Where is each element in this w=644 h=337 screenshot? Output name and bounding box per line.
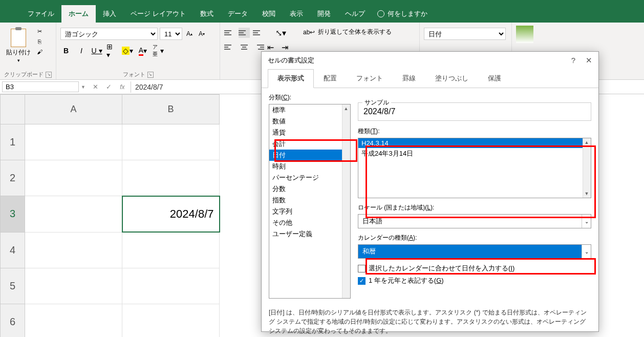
- row-header-1[interactable]: 1: [1, 124, 25, 160]
- calendar-combo[interactable]: 和暦 ⌄: [358, 244, 591, 259]
- border-button[interactable]: ⊞ ▾: [106, 45, 118, 56]
- grow-font-button[interactable]: A▴: [184, 29, 195, 39]
- cat-scientific[interactable]: 指数: [269, 195, 350, 206]
- gannen-checkbox[interactable]: ✓ 1 年を元年と表記する(G): [358, 276, 591, 285]
- wrap-text-button[interactable]: ab↩ 折り返して全体を表示する: [303, 28, 392, 36]
- font-color-button[interactable]: A▾: [137, 45, 148, 56]
- tab-view[interactable]: 表示: [283, 5, 310, 23]
- font-launcher[interactable]: ↘: [147, 72, 154, 78]
- orientation-button[interactable]: ⤡▾: [275, 28, 287, 38]
- clipboard-launcher[interactable]: ↘: [46, 72, 52, 78]
- cat-time[interactable]: 時刻: [269, 161, 350, 172]
- cell-b2[interactable]: [122, 160, 220, 196]
- format-painter-button[interactable]: 🖌: [35, 47, 44, 56]
- tab-home[interactable]: ホーム: [61, 5, 96, 23]
- indent-dec-button[interactable]: ⇤: [267, 42, 278, 52]
- font-group: 游ゴシック 11 A▴ A▾ B I U ▾ ⊞ ▾ ◇▾ A▾ ア亜▾ フォン…: [56, 23, 220, 79]
- cell-b4[interactable]: [122, 232, 220, 268]
- dialog-help-button[interactable]: ?: [571, 56, 575, 65]
- paste-button[interactable]: 貼り付け ▾: [4, 27, 33, 65]
- row-header-4[interactable]: 4: [1, 232, 25, 268]
- locale-combo[interactable]: 日本語 ⌄: [358, 214, 591, 228]
- cell-b3[interactable]: 2024/8/7: [122, 196, 220, 232]
- bold-button[interactable]: B: [60, 45, 72, 56]
- cat-custom[interactable]: ユーザー定義: [269, 228, 350, 240]
- copy-button[interactable]: ⎘: [35, 37, 44, 46]
- underline-button[interactable]: U ▾: [91, 45, 102, 56]
- type-scrollbar[interactable]: ▲▼: [583, 138, 591, 198]
- tab-review[interactable]: 校閲: [255, 5, 283, 23]
- cell-a1[interactable]: [25, 124, 122, 160]
- col-header-b[interactable]: B: [122, 95, 220, 124]
- cat-fraction[interactable]: 分数: [269, 183, 350, 195]
- row-header-3[interactable]: 3: [1, 196, 25, 232]
- cat-standard[interactable]: 標準: [269, 104, 350, 116]
- cell-b6[interactable]: [122, 304, 220, 337]
- dlg-tab-fill[interactable]: 塗りつぶし: [425, 69, 478, 88]
- align-top-button[interactable]: [224, 28, 235, 38]
- dlg-tab-number[interactable]: 表示形式: [268, 69, 314, 88]
- row-header-2[interactable]: 2: [1, 160, 25, 196]
- tell-me-label: 何をしますか: [388, 9, 427, 18]
- cat-special[interactable]: その他: [269, 217, 350, 228]
- category-list[interactable]: 標準 数値 通貨 会計 日付 時刻 パーセンテージ 分数 指数 文字列 その他 …: [269, 104, 351, 299]
- cancel-edit-button[interactable]: ✕: [90, 81, 102, 93]
- align-middle-button[interactable]: [239, 28, 250, 38]
- cell-b5[interactable]: [122, 268, 220, 304]
- cell-a5[interactable]: [25, 268, 122, 304]
- cat-date[interactable]: 日付: [269, 150, 350, 161]
- fill-color-button[interactable]: ◇▾: [122, 45, 133, 56]
- cell-a6[interactable]: [25, 304, 122, 337]
- tab-help[interactable]: ヘルプ: [338, 5, 372, 23]
- row-header-5[interactable]: 5: [1, 268, 25, 304]
- tab-file[interactable]: ファイル: [20, 5, 61, 23]
- cat-currency[interactable]: 通貨: [269, 127, 350, 138]
- tab-layout[interactable]: ページ レイアウト: [123, 5, 193, 23]
- align-bottom-button[interactable]: [253, 28, 264, 38]
- cut-button[interactable]: ✂: [35, 27, 44, 36]
- input-match-checkbox[interactable]: 選択したカレンダーに合わせて日付を入力する(I): [358, 264, 591, 273]
- dlg-tab-align[interactable]: 配置: [314, 69, 347, 88]
- phonetic-button[interactable]: ア亜▾: [153, 45, 164, 56]
- align-left-button[interactable]: [224, 42, 235, 52]
- number-format-select[interactable]: 日付: [424, 28, 506, 40]
- dialog-titlebar[interactable]: セルの書式設定 ? ✕: [262, 52, 598, 69]
- type-item-0[interactable]: H24.3.14: [358, 138, 591, 148]
- cell-a2[interactable]: [25, 160, 122, 196]
- confirm-edit-button[interactable]: ✓: [103, 81, 115, 93]
- cat-accounting[interactable]: 会計: [269, 138, 350, 150]
- category-scrollbar[interactable]: ▲: [342, 104, 350, 298]
- cat-number[interactable]: 数値: [269, 116, 350, 127]
- italic-button[interactable]: I: [76, 45, 87, 56]
- col-header-a[interactable]: A: [25, 95, 122, 124]
- name-box[interactable]: [2, 81, 79, 92]
- cat-text[interactable]: 文字列: [269, 206, 350, 217]
- sample-box: サンプル 2024/8/7: [358, 102, 591, 121]
- insert-function-button[interactable]: fx: [116, 81, 128, 93]
- dialog-close-button[interactable]: ✕: [586, 56, 592, 65]
- select-all-corner[interactable]: [1, 95, 25, 124]
- tab-dev[interactable]: 開発: [310, 5, 338, 23]
- align-center-button[interactable]: [239, 42, 250, 52]
- type-item-1[interactable]: 平成24年3月14日: [358, 148, 591, 159]
- shrink-font-button[interactable]: A▾: [197, 29, 207, 39]
- cell-a3[interactable]: [25, 196, 122, 232]
- font-size-select[interactable]: 11: [160, 28, 182, 40]
- chk2-label: 1 年を元年と表記する(G): [369, 276, 444, 285]
- cat-percent[interactable]: パーセンテージ: [269, 172, 350, 183]
- conditional-format-button[interactable]: [516, 26, 533, 43]
- dlg-tab-border[interactable]: 罫線: [393, 69, 425, 88]
- align-right-button[interactable]: [253, 42, 264, 52]
- font-name-select[interactable]: 游ゴシック: [60, 28, 158, 40]
- indent-inc-button[interactable]: ⇥: [282, 42, 293, 52]
- type-list[interactable]: H24.3.14 平成24年3月14日 ▲▼: [358, 138, 591, 198]
- dlg-tab-font[interactable]: フォント: [347, 69, 393, 88]
- tab-formula[interactable]: 数式: [193, 5, 221, 23]
- cell-b1[interactable]: [122, 124, 220, 160]
- tell-me-search[interactable]: 何をしますか: [377, 9, 427, 18]
- row-header-6[interactable]: 6: [1, 304, 25, 337]
- dlg-tab-protect[interactable]: 保護: [478, 69, 511, 88]
- cell-a4[interactable]: [25, 232, 122, 268]
- tab-insert[interactable]: 挿入: [96, 5, 123, 23]
- tab-data[interactable]: データ: [221, 5, 255, 23]
